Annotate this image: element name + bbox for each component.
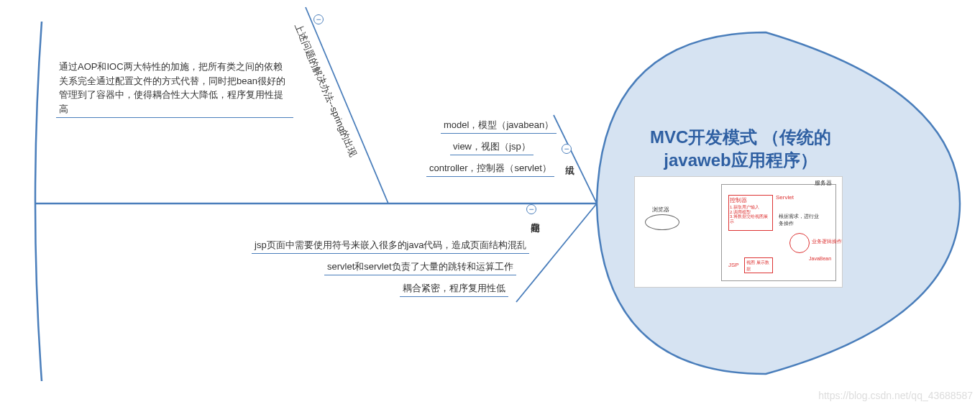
- composition-item-model: model，模型（javabean）: [441, 119, 557, 134]
- problem-item-2: servlet和servlet负责了大量的跳转和运算工作: [324, 260, 516, 275]
- composition-item-view: view，视图（jsp）: [450, 140, 533, 155]
- head-title: MVC开发模式 （传统的javaweb应用程序）: [626, 126, 856, 172]
- logic-label: 业务逻辑操作: [812, 238, 842, 245]
- model-circle: [789, 233, 810, 253]
- jsp-label: JSP: [728, 262, 739, 268]
- composition-item-controller: controller，控制器（servlet）: [426, 162, 554, 177]
- problem-item-1: jsp页面中需要使用符号来嵌入很多的java代码，造成页面结构混乱: [252, 239, 529, 254]
- browser-node: [645, 214, 679, 230]
- view-sub: 视图 展示数据: [745, 258, 772, 274]
- controller-sub: 1.获取用户输入 2.调用模型 3.将数据交给视图展示: [729, 205, 772, 224]
- collapse-icon[interactable]: −: [313, 14, 324, 24]
- server-label: 服务器: [815, 179, 832, 187]
- browser-label: 浏览器: [652, 206, 669, 214]
- svg-line-2: [554, 115, 597, 204]
- svg-line-1: [306, 7, 388, 204]
- view-box: 视图 展示数据: [744, 257, 773, 273]
- controller-box: 控制器 1.获取用户输入 2.调用模型 3.将数据交给视图展示: [728, 195, 773, 231]
- model-desc: 根据需求，进行业务操作: [779, 213, 822, 227]
- embedded-diagram: 浏览器 服务器 控制器 1.获取用户输入 2.调用模型 3.将数据交给视图展示 …: [634, 176, 843, 288]
- servlet-label: Servlet: [776, 194, 794, 201]
- collapse-icon[interactable]: −: [526, 204, 536, 214]
- collapse-icon[interactable]: −: [562, 144, 572, 154]
- controller-label: 控制器: [729, 196, 772, 205]
- problem-item-3: 耦合紧密，程序复用性低: [400, 282, 508, 297]
- javabean-label: JavaBean: [809, 256, 831, 261]
- watermark: https://blog.csdn.net/qq_43688587: [818, 390, 973, 401]
- solution-detail: 通过AOP和IOC两大特性的加施，把所有类之间的依赖关系完全通过配置文件的方式代…: [56, 60, 293, 118]
